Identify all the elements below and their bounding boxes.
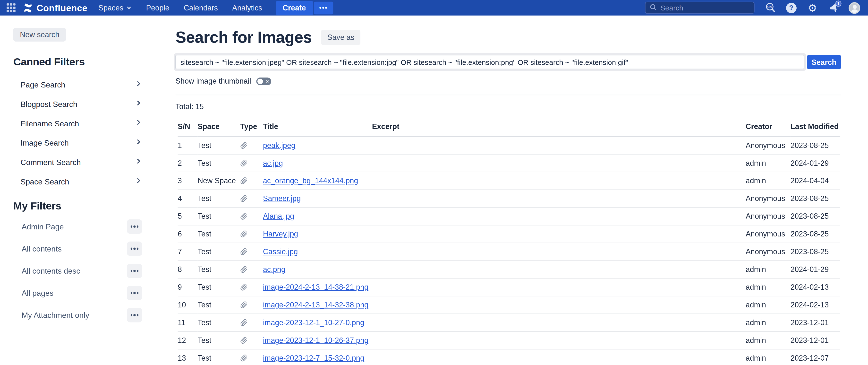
- nav-item-label: Calendars: [184, 4, 218, 12]
- cell-type: [240, 208, 263, 225]
- cell-type: [240, 190, 263, 208]
- sidebar-item-comment-search[interactable]: Comment Search: [13, 152, 142, 172]
- column-header-space: Space: [198, 119, 241, 136]
- cell-title: Alana.jpg: [263, 208, 372, 225]
- column-header-s-n: S/N: [178, 119, 198, 136]
- my-filter-label[interactable]: My Attachment only: [22, 311, 89, 320]
- svg-text:CQL: CQL: [767, 5, 772, 8]
- cell-last-modified: 2023-08-25: [790, 243, 840, 261]
- app-grid-icon[interactable]: [6, 3, 15, 12]
- thumbnail-toggle[interactable]: ×: [256, 77, 271, 85]
- attachment-title-link[interactable]: Cassie.jpg: [263, 248, 298, 256]
- attachment-title-link[interactable]: ac.jpg: [263, 159, 283, 167]
- cell-excerpt: [372, 225, 746, 243]
- cell-creator: Anonymous: [746, 190, 790, 208]
- cell-space: Test: [198, 314, 241, 331]
- cell-last-modified: 2023-08-25: [790, 190, 840, 208]
- filter-actions-menu-button[interactable]: [127, 242, 142, 256]
- attachment-paperclip-icon: [240, 231, 263, 238]
- column-header-type: Type: [240, 119, 263, 136]
- cell-sn: 11: [178, 314, 198, 331]
- attachment-title-link[interactable]: image-2024-2-13_14-38-21.png: [263, 283, 369, 292]
- nav-more-button[interactable]: •••: [314, 1, 333, 14]
- help-icon[interactable]: ?: [785, 2, 797, 13]
- cell-excerpt: [372, 154, 746, 172]
- table-row: 8Testac.pngadmin2024-01-29: [178, 261, 840, 278]
- search-button[interactable]: Search: [807, 55, 841, 69]
- sidebar-item-label: Page Search: [21, 80, 65, 89]
- my-filter-label[interactable]: Admin Page: [22, 222, 64, 231]
- settings-gear-icon[interactable]: ⚙: [807, 2, 818, 13]
- chevron-right-icon: [134, 138, 142, 148]
- cell-excerpt: [372, 190, 746, 208]
- cell-space: Test: [198, 349, 241, 365]
- cell-last-modified: 2023-08-25: [790, 136, 840, 154]
- new-search-button[interactable]: New search: [13, 28, 66, 41]
- filter-actions-menu-button[interactable]: [127, 219, 142, 234]
- cell-space: Test: [198, 154, 241, 172]
- top-nav: Confluence SpacesPeopleCalendarsAnalytic…: [0, 0, 868, 16]
- attachment-paperclip-icon: [240, 248, 263, 255]
- attachment-title-link[interactable]: image-2023-12-1_10-26-37.png: [263, 336, 369, 344]
- attachment-title-link[interactable]: peak.jpeg: [263, 141, 295, 149]
- cell-type: [240, 225, 263, 243]
- cell-last-modified: 2023-12-01: [790, 331, 840, 349]
- attachment-paperclip-icon: [240, 195, 263, 202]
- nav-search-input[interactable]: [660, 4, 749, 12]
- attachment-title-link[interactable]: Sameer.jpg: [263, 194, 301, 203]
- sidebar-item-page-search[interactable]: Page Search: [13, 75, 142, 94]
- nav-item-calendars[interactable]: Calendars: [184, 4, 218, 12]
- nav-search-box[interactable]: [645, 2, 754, 14]
- attachment-paperclip-icon: [240, 177, 263, 184]
- attachment-title-link[interactable]: image-2024-2-13_14-32-38.png: [263, 301, 369, 309]
- attachment-paperclip-icon: [240, 319, 263, 326]
- sidebar-item-image-search[interactable]: Image Search: [13, 133, 142, 152]
- cell-space: New Space: [198, 172, 241, 190]
- cell-title: Cassie.jpg: [263, 243, 372, 261]
- sidebar-item-blogpost-search[interactable]: Blogpost Search: [13, 94, 142, 114]
- results-body: 1Testpeak.jpegAnonymous2023-08-252Testac…: [178, 136, 840, 365]
- cql-search-icon[interactable]: CQL: [765, 2, 776, 13]
- my-filter-label[interactable]: All contents desc: [22, 266, 80, 275]
- cell-space: Test: [198, 225, 241, 243]
- filter-actions-menu-button[interactable]: [127, 264, 142, 278]
- attachment-title-link[interactable]: image-2023-12-1_10-27-0.png: [263, 318, 364, 327]
- table-row: 7TestCassie.jpgAnonymous2023-08-25: [178, 243, 840, 261]
- cell-title: ac.jpg: [263, 154, 372, 172]
- attachment-title-link[interactable]: image-2023-12-7_15-32-0.png: [263, 354, 364, 362]
- cell-sn: 8: [178, 261, 198, 278]
- filter-actions-menu-button[interactable]: [127, 308, 142, 322]
- attachment-title-link[interactable]: ac_orange_bg_144x144.png: [263, 177, 358, 185]
- sidebar-item-space-search[interactable]: Space Search: [13, 172, 142, 191]
- create-button[interactable]: Create: [275, 1, 313, 14]
- my-filter-item-my-attachment-only: My Attachment only: [13, 304, 142, 326]
- cell-sn: 10: [178, 296, 198, 314]
- cell-title: image-2023-12-7_15-32-0.png: [263, 349, 372, 365]
- cell-type: [240, 314, 263, 331]
- attachment-title-link[interactable]: Harvey.jpg: [263, 230, 298, 238]
- my-filter-item-all-contents: All contents: [13, 238, 142, 260]
- cell-creator: admin: [746, 278, 790, 296]
- brand-name: Confluence: [36, 2, 87, 13]
- table-row: 12Testimage-2023-12-1_10-26-37.pngadmin2…: [178, 331, 840, 349]
- my-filter-label[interactable]: All pages: [22, 289, 54, 298]
- table-row: 9Testimage-2024-2-13_14-38-21.pngadmin20…: [178, 278, 840, 296]
- nav-item-spaces[interactable]: Spaces: [98, 4, 132, 12]
- sidebar-item-label: Blogpost Search: [21, 99, 77, 108]
- filter-actions-menu-button[interactable]: [127, 286, 142, 300]
- attachment-title-link[interactable]: ac.png: [263, 265, 285, 274]
- save-as-button[interactable]: Save as: [321, 30, 361, 45]
- cell-creator: admin: [746, 349, 790, 365]
- announcement-icon[interactable]: 1: [828, 2, 839, 13]
- my-filter-label[interactable]: All contents: [22, 244, 62, 253]
- confluence-logo[interactable]: Confluence: [23, 2, 87, 13]
- sidebar-item-label: Comment Search: [21, 157, 81, 166]
- cell-type: [240, 349, 263, 365]
- cell-last-modified: 2024-04-04: [790, 172, 840, 190]
- attachment-title-link[interactable]: Alana.jpg: [263, 212, 294, 220]
- nav-item-analytics[interactable]: Analytics: [232, 4, 262, 12]
- nav-item-people[interactable]: People: [146, 4, 169, 12]
- sidebar-item-filename-search[interactable]: Filename Search: [13, 114, 142, 133]
- user-avatar[interactable]: [848, 2, 860, 13]
- cql-query-input[interactable]: [176, 55, 804, 69]
